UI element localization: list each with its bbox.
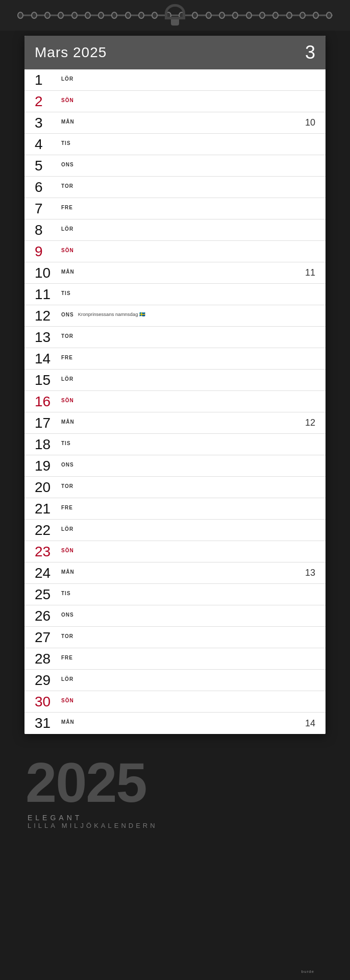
day-name: TIS — [61, 591, 71, 596]
coil — [138, 12, 144, 19]
day-number: 27 — [35, 630, 61, 645]
day-name: MÅN — [61, 419, 74, 425]
day-name: LÖR — [61, 226, 73, 232]
day-number: 29 — [35, 673, 61, 688]
day-name: MÅN — [61, 569, 74, 575]
day-row: 25TIS — [24, 584, 326, 605]
day-name: ONS — [61, 162, 74, 167]
coil — [246, 12, 252, 19]
day-row: 6TOR — [24, 177, 326, 198]
day-row: 24MÅN13 — [24, 562, 326, 584]
coil — [85, 12, 91, 19]
day-name: FRE — [61, 655, 73, 660]
day-name: MÅN — [61, 119, 74, 125]
day-number: 31 — [35, 716, 61, 730]
day-number: 22 — [35, 523, 61, 537]
day-number: 30 — [35, 695, 61, 709]
week-number: 13 — [305, 568, 315, 578]
day-row: 11TIS — [24, 284, 326, 305]
day-row: 7FRE — [24, 198, 326, 219]
day-number: 25 — [35, 587, 61, 602]
day-number: 23 — [35, 545, 61, 559]
day-name: LÖR — [61, 376, 73, 382]
calendar-page: Mars 2025 3 1LÖR2SÖN3MÅN104TIS5ONS6TOR7F… — [0, 0, 350, 980]
coil — [31, 12, 37, 19]
day-row: 22LÖR — [24, 520, 326, 541]
day-row: 13TOR — [24, 327, 326, 348]
coil — [44, 12, 51, 19]
day-number: 14 — [35, 352, 61, 366]
day-name: ONS — [61, 462, 74, 468]
coil — [192, 12, 198, 19]
day-number: 2 — [35, 94, 61, 109]
day-name: TOR — [61, 183, 73, 189]
wire-binding — [0, 0, 350, 31]
day-name: SÖN — [61, 698, 74, 703]
coil — [98, 12, 104, 19]
coil — [286, 12, 292, 19]
day-name: LÖR — [61, 526, 73, 532]
week-number: 12 — [305, 418, 315, 428]
day-number: 13 — [35, 330, 61, 345]
day-row: 12ONSKronprinsessans namnsdag 🇸🇪 — [24, 305, 326, 327]
brand-subtitle: LILLA MILJÖKALENDERN — [28, 822, 158, 829]
day-number: 28 — [35, 652, 61, 666]
coil — [125, 12, 131, 19]
days-list: 1LÖR2SÖN3MÅN104TIS5ONS6TOR7FRE8LÖR9SÖN10… — [24, 69, 326, 734]
day-row: 15LÖR — [24, 370, 326, 391]
burde-logo: burde — [302, 969, 314, 974]
day-row: 19ONS — [24, 455, 326, 477]
coil — [71, 12, 78, 19]
day-row: 29LÖR — [24, 670, 326, 691]
day-number: 26 — [35, 609, 61, 623]
day-name: FRE — [61, 355, 73, 360]
brand-elegant: ELEGANT — [28, 814, 82, 822]
coil — [326, 12, 332, 19]
day-event: Kronprinsessans namnsdag 🇸🇪 — [78, 311, 145, 317]
day-number: 10 — [35, 266, 61, 280]
day-number: 12 — [35, 309, 61, 323]
day-name: LÖR — [61, 76, 73, 82]
day-name: SÖN — [61, 97, 74, 103]
day-name: ONS — [61, 312, 74, 317]
day-name: ONS — [61, 612, 74, 618]
day-row: 30SÖN — [24, 691, 326, 713]
day-row: 4TIS — [24, 134, 326, 155]
day-name: FRE — [61, 505, 73, 510]
month-title: Mars 2025 — [35, 44, 107, 61]
day-number: 8 — [35, 223, 61, 237]
day-name: TIS — [61, 140, 71, 146]
coil — [111, 12, 117, 19]
day-row: 9SÖN — [24, 241, 326, 262]
day-number: 19 — [35, 459, 61, 473]
day-name: SÖN — [61, 548, 74, 553]
day-row: 16SÖN — [24, 391, 326, 412]
day-name: TOR — [61, 483, 73, 489]
month-number: 3 — [305, 42, 315, 63]
day-number: 18 — [35, 437, 61, 452]
week-number: 11 — [305, 267, 315, 278]
day-number: 7 — [35, 202, 61, 216]
day-number: 17 — [35, 416, 61, 430]
week-number: 10 — [305, 117, 315, 128]
coil — [219, 12, 225, 19]
day-info: Kronprinsessans namnsdag 🇸🇪 — [74, 309, 315, 318]
coil — [152, 12, 158, 19]
day-number: 16 — [35, 395, 61, 409]
hanger — [162, 4, 188, 27]
day-number: 11 — [35, 287, 61, 302]
day-name: TIS — [61, 290, 71, 296]
coil — [232, 12, 238, 19]
day-number: 20 — [35, 480, 61, 495]
day-number: 3 — [35, 116, 61, 130]
day-number: 1 — [35, 73, 61, 87]
day-row: 26ONS — [24, 605, 326, 627]
day-number: 9 — [35, 244, 61, 259]
day-name: TIS — [61, 440, 71, 446]
day-name: LÖR — [61, 676, 73, 682]
day-row: 28FRE — [24, 648, 326, 670]
coil — [272, 12, 279, 19]
day-row: 1LÖR — [24, 69, 326, 91]
coil — [17, 12, 23, 19]
day-name: TOR — [61, 633, 73, 639]
